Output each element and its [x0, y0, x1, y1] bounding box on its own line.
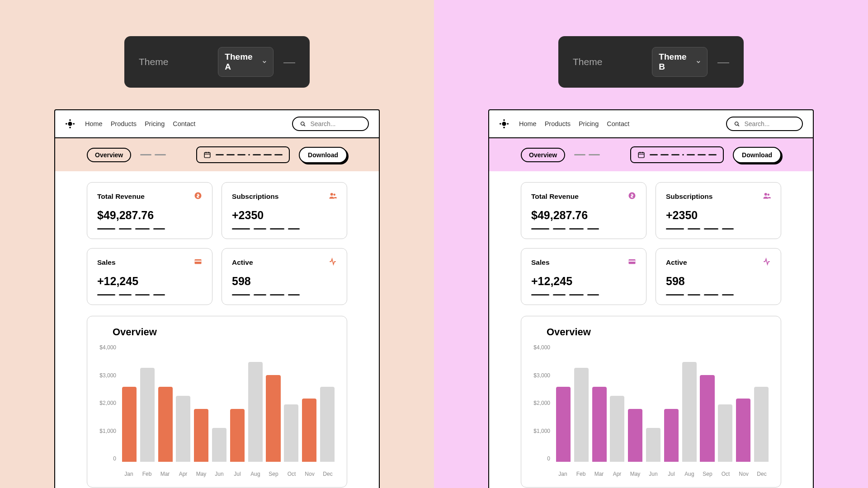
theme-select[interactable]: Theme A — [218, 47, 274, 77]
date-range-picker[interactable] — [196, 146, 290, 163]
dollar-icon — [628, 192, 636, 202]
bars — [554, 344, 771, 471]
y-tick: $3,000 — [97, 372, 120, 379]
nav-products[interactable]: Products — [545, 120, 571, 127]
search-box[interactable] — [292, 117, 369, 131]
card-value: $49,287.76 — [531, 209, 636, 222]
nav-pricing[interactable]: Pricing — [145, 120, 165, 127]
card-title: Total Revenue — [531, 192, 579, 201]
download-button[interactable]: Download — [733, 147, 781, 163]
bar-sep — [265, 375, 282, 462]
tab-overview[interactable]: Overview — [87, 148, 131, 162]
svg-point-17 — [735, 122, 738, 125]
svg-point-8 — [330, 193, 333, 196]
chart-title: Overview — [113, 326, 337, 338]
x-tick: Jan — [554, 471, 572, 477]
card-meta-placeholder — [666, 228, 771, 230]
x-tick: Nov — [735, 471, 753, 477]
bar-apr — [609, 396, 626, 462]
search-icon — [300, 121, 306, 127]
tab-placeholder — [140, 154, 166, 155]
users-icon — [329, 192, 337, 202]
x-tick: Aug — [680, 471, 698, 477]
nav-pricing[interactable]: Pricing — [579, 120, 599, 127]
x-tick: Mar — [590, 471, 608, 477]
bar-oct — [717, 404, 734, 462]
card-subscriptions: Subscriptions +2350 — [222, 182, 347, 239]
card-meta-placeholder — [97, 228, 202, 230]
nav-home[interactable]: Home — [519, 120, 537, 127]
tabbar: Overview Download — [55, 138, 379, 171]
bar-jun — [211, 428, 228, 462]
card-title: Active — [232, 258, 253, 267]
overview-chart-card: Overview $4,000$3,000$2,000$1,0000 JanFe… — [521, 316, 781, 488]
card-meta-placeholder — [531, 228, 636, 230]
bar-jul — [663, 409, 680, 462]
bar-jun — [645, 428, 662, 462]
calendar-icon — [637, 151, 645, 159]
theme-toolbar: Theme Theme B — — [558, 36, 744, 88]
download-button[interactable]: Download — [299, 147, 347, 163]
x-tick: Mar — [156, 471, 174, 477]
x-tick: Apr — [608, 471, 626, 477]
minus-icon[interactable]: — — [283, 55, 295, 69]
x-tick: Sep — [264, 471, 283, 477]
search-input[interactable] — [744, 120, 795, 127]
date-placeholder — [216, 154, 283, 155]
bar-feb — [139, 368, 156, 462]
y-tick: $3,000 — [531, 372, 554, 379]
bar-feb — [573, 368, 590, 462]
x-tick: Apr — [174, 471, 192, 477]
svg-rect-23 — [629, 261, 636, 262]
svg-point-2 — [69, 127, 71, 128]
svg-rect-18 — [638, 153, 644, 158]
svg-point-0 — [68, 122, 72, 126]
card-title: Active — [666, 258, 687, 267]
overview-chart-card: Overview $4,000$3,000$2,000$1,0000 JanFe… — [87, 316, 347, 488]
x-tick: Oct — [283, 471, 301, 477]
y-tick: $1,000 — [97, 428, 120, 434]
nav-contact[interactable]: Contact — [607, 120, 629, 127]
y-tick: 0 — [97, 455, 120, 462]
bars — [120, 344, 337, 471]
nav-home[interactable]: Home — [85, 120, 103, 127]
bar-mar — [591, 387, 608, 462]
card-sales: Sales +12,245 — [521, 248, 646, 305]
y-tick: $4,000 — [531, 344, 554, 351]
x-tick: Feb — [572, 471, 590, 477]
x-axis: JanFebMarAprMayJunJulAugSepOctNovDec — [120, 471, 337, 477]
bar-jan — [555, 387, 572, 462]
bar-jan — [121, 387, 138, 462]
tab-overview[interactable]: Overview — [521, 148, 565, 162]
svg-point-15 — [500, 123, 501, 125]
search-box[interactable] — [726, 117, 803, 131]
svg-point-13 — [503, 119, 505, 121]
topbar: HomeProductsPricingContact — [489, 110, 813, 138]
card-meta-placeholder — [232, 228, 337, 230]
x-tick: Feb — [138, 471, 156, 477]
bar-apr — [175, 396, 192, 462]
card-icon — [194, 258, 202, 267]
minus-icon[interactable]: — — [717, 55, 729, 69]
panel-theme-b: Theme Theme B — HomeProductsPricingConta… — [434, 0, 868, 488]
date-range-picker[interactable] — [630, 146, 724, 163]
bar-jul — [229, 409, 246, 462]
card-meta-placeholder — [232, 294, 337, 296]
dollar-icon — [194, 192, 202, 202]
tab-placeholder — [574, 154, 600, 155]
bar-mar — [157, 387, 174, 462]
search-icon — [734, 121, 740, 127]
logo-icon — [499, 119, 509, 129]
bar-dec — [753, 387, 770, 462]
card-value: 598 — [232, 275, 337, 288]
bar-nov — [735, 399, 752, 462]
nav-products[interactable]: Products — [111, 120, 137, 127]
bar-aug — [681, 362, 698, 462]
card-total revenue: Total Revenue $49,287.76 — [87, 182, 212, 239]
theme-select[interactable]: Theme B — [652, 47, 708, 77]
search-input[interactable] — [310, 120, 361, 127]
y-tick: 0 — [531, 455, 554, 462]
theme-label: Theme — [573, 56, 602, 67]
nav-contact[interactable]: Contact — [173, 120, 195, 127]
tabbar: Overview Download — [489, 138, 813, 171]
